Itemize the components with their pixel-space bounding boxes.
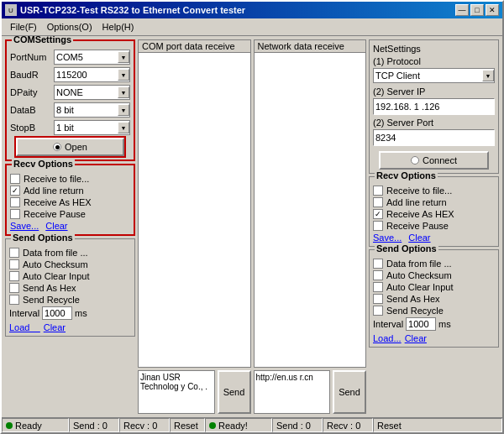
com-reset-button[interactable]: Reset	[170, 418, 205, 432]
menu-bar: File(F) Options(O) Help(H)	[2, 18, 502, 36]
net-send-hex-row: Send As Hex	[373, 294, 495, 304]
com-send-button-label: Send	[223, 387, 245, 397]
com-add-line-checkbox[interactable]	[10, 186, 20, 196]
com-send-button[interactable]: Send	[218, 370, 251, 414]
net-recv-clear-link[interactable]: Clear	[408, 233, 430, 243]
net-send-hex-checkbox[interactable]	[373, 294, 383, 304]
com-recv-hex-label: Receive As HEX	[24, 197, 92, 207]
net-interval-label: Interval	[373, 319, 403, 329]
connect-button[interactable]: Connect	[379, 151, 489, 170]
com-recv-file-label: Receive to file...	[24, 174, 89, 184]
menu-file[interactable]: File(F)	[5, 20, 42, 34]
com-clear-link[interactable]: Clear	[44, 322, 66, 332]
server-port-label: (2) Server Port	[373, 118, 495, 128]
net-recv-hex-checkbox[interactable]	[373, 209, 383, 219]
stopb-row: StopB 1 bit ▼	[10, 120, 130, 135]
net-send-recycle-checkbox[interactable]	[373, 306, 383, 316]
left-panel: COMSettings PortNum COM5 ▼ BaudR 115200	[5, 39, 135, 414]
right-panel: NetSettings (1) Protocol TCP Client ▼ (2…	[369, 39, 499, 414]
net-interval-input[interactable]	[406, 317, 436, 331]
com-load-link[interactable]: Load__	[9, 322, 40, 332]
stopb-select[interactable]: 1 bit	[54, 120, 130, 135]
window-controls: — □ ✕	[455, 4, 499, 16]
datab-row: DataB 8 bit ▼	[10, 102, 130, 118]
net-load-clear-row: Load... Clear	[373, 333, 495, 343]
com-status-ready: Ready	[2, 418, 69, 432]
dparity-select[interactable]: NONE	[54, 85, 130, 100]
status-bar: Ready Send : 0 Recv : 0 Reset Ready! Sen…	[2, 417, 502, 432]
portnum-select[interactable]: COM5	[54, 50, 130, 65]
com-recv-clear-link[interactable]: Clear	[45, 221, 67, 231]
com-auto-checksum-label: Auto Checksum	[23, 259, 88, 269]
com-recv-hex-checkbox[interactable]	[10, 197, 20, 207]
open-radio-icon	[53, 143, 61, 151]
datab-select[interactable]: 8 bit	[54, 102, 130, 118]
net-status-dot	[209, 422, 216, 429]
main-window: U USR-TCP232-Test RS232 to Ethernet Conv…	[0, 0, 504, 434]
net-send-file-checkbox[interactable]	[373, 259, 383, 269]
server-ip-label: (2) Server IP	[373, 86, 495, 97]
datab-label: DataB	[10, 105, 54, 115]
baudr-label: BaudR	[10, 70, 54, 80]
net-data-content[interactable]	[255, 53, 366, 367]
com-recv-save-link[interactable]: Save...	[10, 221, 39, 231]
net-recv-file-checkbox[interactable]	[373, 186, 383, 196]
net-recv-hex-row: Receive As HEX	[373, 209, 495, 219]
com-recv-file-checkbox[interactable]	[10, 174, 20, 184]
baudr-row: BaudR 115200 ▼	[10, 67, 130, 82]
com-auto-clear-checkbox[interactable]	[9, 271, 19, 281]
com-auto-clear-label: Auto Clear Input	[23, 271, 90, 281]
com-recv-link-row: Save... Clear	[10, 221, 130, 231]
net-settings-title: NetSettings	[373, 44, 495, 54]
com-recv-title: Recv Options	[12, 159, 75, 169]
menu-help[interactable]: Help(H)	[97, 20, 139, 34]
net-auto-checksum-checkbox[interactable]	[373, 270, 383, 280]
protocol-select[interactable]: TCP Client	[373, 68, 495, 83]
net-clear-link[interactable]: Clear	[405, 333, 427, 343]
server-port-input[interactable]	[373, 129, 495, 146]
com-data-content[interactable]	[139, 53, 250, 367]
menu-options[interactable]: Options(O)	[42, 20, 97, 34]
com-recv-hex-row: Receive As HEX	[10, 197, 130, 207]
net-recv-pause-label: Receive Pause	[386, 221, 449, 231]
net-recv-pause-checkbox[interactable]	[373, 221, 383, 231]
com-send-recycle-checkbox[interactable]	[9, 295, 19, 305]
baudr-select[interactable]: 115200	[54, 67, 130, 82]
net-load-link[interactable]: Load...	[373, 333, 402, 343]
dparity-select-wrapper: NONE ▼	[54, 85, 130, 100]
com-recv-options-group: Recv Options Receive to file... Add line…	[5, 164, 135, 236]
net-auto-clear-checkbox[interactable]	[373, 282, 383, 292]
com-send-textarea[interactable]: Jinan USR Technolog y Co., .	[138, 370, 215, 414]
com-send-hex-checkbox[interactable]	[9, 283, 19, 293]
com-reset-label: Reset	[174, 421, 198, 431]
com-interval-input[interactable]	[42, 306, 72, 320]
net-send-textarea[interactable]: http://en.us r.cn	[254, 370, 331, 414]
maximize-button[interactable]: □	[470, 4, 484, 16]
dparity-label: DPaity	[10, 87, 54, 97]
com-data-panel: COM port data receive	[138, 39, 251, 368]
net-ready-indicator: Ready!	[209, 421, 248, 431]
net-add-line-checkbox[interactable]	[373, 197, 383, 207]
net-send-text: http://en.us r.cn	[256, 373, 313, 382]
com-recv-pause-checkbox[interactable]	[10, 209, 20, 219]
portnum-row: PortNum COM5 ▼	[10, 50, 130, 65]
middle-section: COM port data receive Network data recei…	[138, 39, 366, 414]
minimize-button[interactable]: —	[455, 4, 469, 16]
stopb-select-wrapper: 1 bit ▼	[54, 120, 130, 135]
net-recv-file-row: Receive to file...	[373, 186, 495, 196]
net-ready-text: Ready!	[218, 421, 248, 431]
com-send-file-checkbox[interactable]	[9, 248, 19, 258]
net-reset-button[interactable]: Reset	[373, 418, 502, 432]
com-auto-checksum-row: Auto Checksum	[9, 259, 131, 269]
com-interval-label: Interval	[9, 308, 39, 318]
net-recv-status: Recv : 0	[323, 418, 373, 432]
com-auto-checksum-checkbox[interactable]	[9, 259, 19, 269]
com-send-hex-label: Send As Hex	[23, 283, 76, 293]
server-ip-input[interactable]	[373, 98, 495, 115]
net-recv-save-link[interactable]: Save...	[373, 233, 402, 243]
net-send-button[interactable]: Send	[333, 370, 366, 414]
data-panels: COM port data receive Network data recei…	[138, 39, 366, 368]
close-button[interactable]: ✕	[486, 4, 499, 16]
net-auto-checksum-row: Auto Checksum	[373, 270, 495, 280]
open-button[interactable]: Open	[16, 138, 124, 156]
